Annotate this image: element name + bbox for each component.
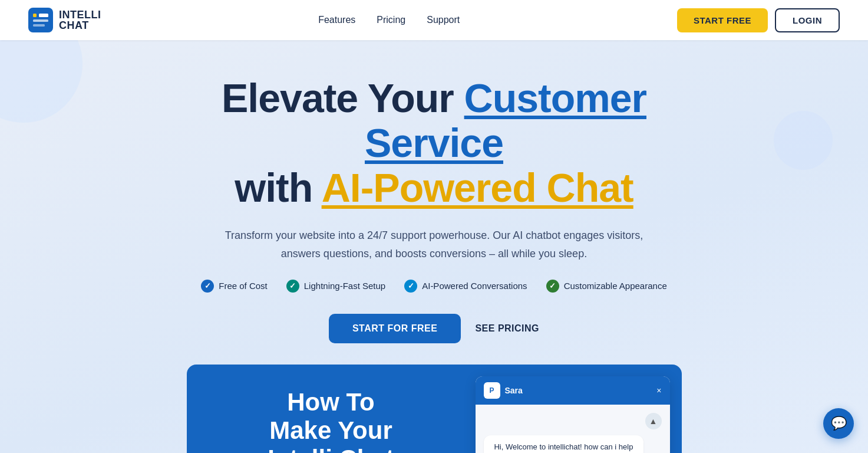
chat-header-left: P Sara: [484, 382, 523, 399]
video-title: How To Make Your Intelli Chat: [206, 388, 457, 453]
logo: INTELLI CHAT: [28, 8, 101, 32]
hero-section: Elevate Your Customer Service with AI-Po…: [0, 40, 868, 453]
chat-widget-button[interactable]: 💬: [823, 408, 854, 439]
hero-features: ✓ Free of Cost ✓ Lightning-Fast Setup ✓ …: [28, 280, 840, 293]
chat-logo-small: P: [484, 382, 500, 399]
headline-highlight-ai-chat: AI-Powered Chat: [322, 165, 633, 210]
chat-widget-icon: 💬: [831, 416, 847, 431]
check-free-icon: ✓: [201, 280, 214, 293]
svg-rect-4: [33, 24, 45, 27]
feature-free-label: Free of Cost: [219, 281, 268, 291]
chat-mockup: P Sara × ▲ Hi, Welcome to intellichat! h…: [476, 376, 670, 453]
hero-headline: Elevate Your Customer Service with AI-Po…: [154, 76, 714, 210]
svg-rect-2: [39, 14, 48, 17]
video-title-line2: Make Your: [206, 416, 457, 445]
video-container: How To Make Your Intelli Chat P Sara × ▲…: [187, 365, 682, 453]
svg-rect-1: [33, 14, 37, 17]
logo-intelli: INTELLI: [59, 9, 101, 20]
navbar: INTELLI CHAT Features Pricing Support ST…: [0, 0, 868, 40]
nav-links: Features Pricing Support: [318, 15, 460, 25]
nav-actions: START FREE LOGIN: [677, 8, 840, 32]
logo-text: INTELLI CHAT: [59, 9, 101, 31]
feature-fast-setup: ✓ Lightning-Fast Setup: [286, 280, 385, 293]
logo-icon: [28, 8, 53, 32]
feature-free-of-cost: ✓ Free of Cost: [201, 280, 268, 293]
feature-customizable: ✓ Customizable Appearance: [546, 280, 667, 293]
chat-bubble-welcome: Hi, Welcome to intellichat! how can i he…: [484, 435, 644, 453]
feature-setup-label: Lightning-Fast Setup: [304, 281, 385, 291]
nav-start-free-button[interactable]: START FREE: [677, 8, 768, 32]
nav-item-pricing[interactable]: Pricing: [377, 15, 405, 25]
nav-link-features[interactable]: Features: [318, 15, 355, 25]
feature-ai-label: AI-Powered Conversations: [422, 281, 527, 291]
logo-chat: CHAT: [59, 20, 101, 31]
nav-link-support[interactable]: Support: [427, 15, 460, 25]
bg-decoration-1: [0, 40, 82, 123]
hero-subtitle: Transform your website into a 24/7 suppo…: [222, 226, 646, 262]
check-setup-icon: ✓: [286, 280, 299, 293]
nav-item-features[interactable]: Features: [318, 15, 355, 25]
nav-login-button[interactable]: LOGIN: [775, 8, 840, 32]
svg-rect-3: [33, 19, 48, 22]
video-title-line1: How To: [206, 388, 457, 416]
bg-decoration-2: [774, 111, 833, 170]
chat-agent-name: Sara: [505, 386, 523, 395]
hero-start-free-button[interactable]: START FOR FREE: [329, 314, 461, 343]
chat-scroll-up-button[interactable]: ▲: [645, 413, 662, 429]
headline-text-1: Elevate Your: [222, 76, 464, 120]
chat-header: P Sara ×: [476, 376, 670, 405]
nav-link-pricing[interactable]: Pricing: [377, 15, 405, 25]
hero-see-pricing-button[interactable]: SEE PRICING: [475, 323, 539, 334]
check-custom-icon: ✓: [546, 280, 559, 293]
chat-body: ▲ Hi, Welcome to intellichat! how can i …: [476, 405, 670, 453]
nav-item-support[interactable]: Support: [427, 15, 460, 25]
video-left-panel: How To Make Your Intelli Chat: [187, 365, 476, 453]
chat-close-button[interactable]: ×: [656, 386, 661, 395]
check-ai-icon: ✓: [404, 280, 417, 293]
feature-custom-label: Customizable Appearance: [564, 281, 667, 291]
feature-ai-conversations: ✓ AI-Powered Conversations: [404, 280, 527, 293]
video-title-line3: Intelli Chat: [206, 445, 457, 453]
headline-text-2: with: [235, 165, 321, 210]
hero-cta: START FOR FREE SEE PRICING: [28, 314, 840, 343]
